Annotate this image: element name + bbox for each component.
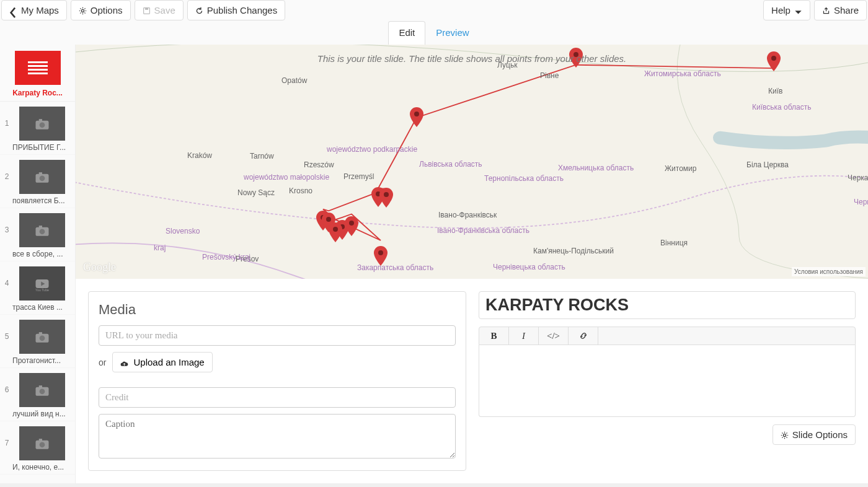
rich-text-editor: B I </>: [479, 327, 856, 417]
svg-point-18: [39, 388, 45, 394]
map-marker[interactable]: [329, 222, 342, 242]
slide-thumb-2[interactable]: 2появляется Б...: [0, 155, 75, 208]
map-city-label: Przemyśl: [343, 172, 374, 181]
map-city-label: Біла Церква: [746, 160, 789, 169]
svg-rect-22: [38, 439, 42, 441]
publish-button[interactable]: Publish Changes: [187, 0, 285, 20]
map-city-label: Вінниця: [660, 239, 688, 247]
google-logo: Google: [83, 261, 116, 274]
svg-rect-5: [38, 119, 42, 121]
map-region-label: Закарпатська область: [357, 263, 433, 272]
svg-point-10: [39, 229, 45, 234]
slide-thumb-4[interactable]: 4You Tubeтрасса Киев ...: [0, 261, 75, 315]
map-city-label: Рівне: [540, 71, 559, 80]
map-region-label: Тернопільська область: [484, 174, 564, 183]
map-marker[interactable]: [379, 188, 393, 208]
svg-rect-2: [145, 8, 148, 10]
save-icon: [143, 6, 151, 14]
or-label: or: [99, 358, 106, 367]
slide-number: 2: [2, 160, 11, 181]
map-city-label: Košice: [232, 278, 254, 279]
credit-input[interactable]: [99, 387, 456, 408]
svg-point-4: [39, 122, 45, 128]
slide-options-button[interactable]: Slide Options: [773, 424, 856, 445]
italic-button[interactable]: I: [509, 327, 539, 344]
svg-point-33: [333, 227, 338, 232]
tab-edit[interactable]: Edit: [388, 21, 425, 45]
map-canvas[interactable]: This is your title slide. The title slid…: [76, 45, 868, 279]
map-city-label: Nowy Sącz: [237, 188, 275, 197]
camera-icon: [19, 373, 65, 407]
media-panel: Media or Upload an Image: [88, 291, 466, 471]
slides-sidebar: Karpaty Roc... 1ПРИБЫТИЕ Г...2появляется…: [0, 45, 76, 483]
refresh-icon: [195, 6, 203, 14]
svg-rect-11: [38, 226, 42, 228]
slide-label: все в сборе, ...: [11, 250, 73, 258]
map-region-label: Львівська область: [419, 160, 482, 169]
tab-preview[interactable]: Preview: [425, 21, 479, 45]
svg-point-28: [384, 192, 389, 197]
map-terms-link[interactable]: Условия использования: [792, 267, 866, 276]
camera-icon: [19, 320, 65, 354]
slide-number: 1: [2, 107, 11, 128]
help-button[interactable]: Help: [763, 0, 810, 20]
map-city-label: Opatów: [281, 76, 307, 85]
title-slide-icon: [15, 51, 61, 85]
svg-point-34: [378, 250, 383, 255]
map-city-label: Черкаси: [848, 173, 868, 182]
slide-label: ПРИБЫТИЕ Г...: [11, 143, 73, 152]
svg-point-30: [326, 217, 331, 222]
map-region-label: Київська область: [752, 103, 811, 112]
slide-number: 3: [2, 213, 11, 234]
map-hint-text: This is your title slide. The title slid…: [76, 53, 868, 64]
caption-textarea[interactable]: [99, 414, 456, 458]
slide-title-input[interactable]: KARPATY ROCKS: [479, 291, 856, 319]
code-button[interactable]: </>: [539, 327, 569, 344]
map-city-label: Київ: [768, 87, 782, 95]
my-maps-button[interactable]: My Maps: [1, 0, 67, 20]
map-region-label: Prešovský kraj: [202, 253, 250, 261]
map-marker[interactable]: [345, 216, 358, 236]
svg-point-15: [39, 335, 45, 341]
slide-number: 4: [2, 266, 11, 287]
map-city-label: Rzeszów: [304, 160, 334, 169]
title-slide-thumb[interactable]: Karpaty Roc...: [0, 45, 75, 102]
slide-label: трасса Киев ...: [11, 303, 73, 312]
map-region-label: Черкаська область: [854, 198, 868, 206]
map-city-label: Tarnów: [250, 152, 274, 160]
map-region-label: województwo podkarpackie: [327, 145, 417, 154]
gear-icon: [79, 6, 87, 14]
map-city-label: Kraków: [187, 151, 212, 160]
map-region-label: Житомирська область: [644, 69, 721, 78]
map-marker[interactable]: [374, 246, 388, 266]
chevron-left-icon: [9, 6, 17, 14]
slide-thumb-6[interactable]: 6лучший вид н...: [0, 368, 75, 421]
share-button[interactable]: Share: [814, 0, 867, 20]
top-toolbar: My Maps Options Save Publish Changes Hel…: [0, 0, 868, 20]
bold-button[interactable]: B: [479, 327, 509, 344]
caret-down-icon: [794, 6, 802, 14]
svg-text:You Tube: You Tube: [35, 288, 49, 292]
upload-image-button[interactable]: Upload an Image: [112, 352, 212, 372]
map-city-label: Житомир: [665, 164, 696, 173]
map-marker[interactable]: [410, 107, 423, 127]
camera-icon: [19, 426, 65, 460]
options-button[interactable]: Options: [71, 0, 131, 20]
media-url-input[interactable]: [99, 325, 456, 346]
map-region-label: Чернівецька область: [493, 263, 565, 271]
slide-thumb-1[interactable]: 1ПРИБЫТИЕ Г...: [0, 102, 75, 155]
link-button[interactable]: [569, 327, 598, 344]
svg-point-26: [414, 112, 419, 116]
share-icon: [822, 6, 830, 14]
svg-point-32: [349, 221, 354, 226]
slide-thumb-3[interactable]: 3все в сборе, ...: [0, 208, 75, 261]
svg-point-0: [81, 9, 84, 12]
camera-icon: [19, 213, 65, 247]
camera-icon: [19, 160, 65, 194]
svg-point-21: [39, 442, 45, 447]
slide-body-editor[interactable]: [479, 345, 856, 417]
slide-thumb-7[interactable]: 7И, конечно, е...: [0, 421, 75, 475]
map-region-label: kraj: [154, 244, 166, 252]
svg-rect-8: [38, 172, 42, 175]
slide-thumb-5[interactable]: 5Протагонист...: [0, 315, 75, 368]
